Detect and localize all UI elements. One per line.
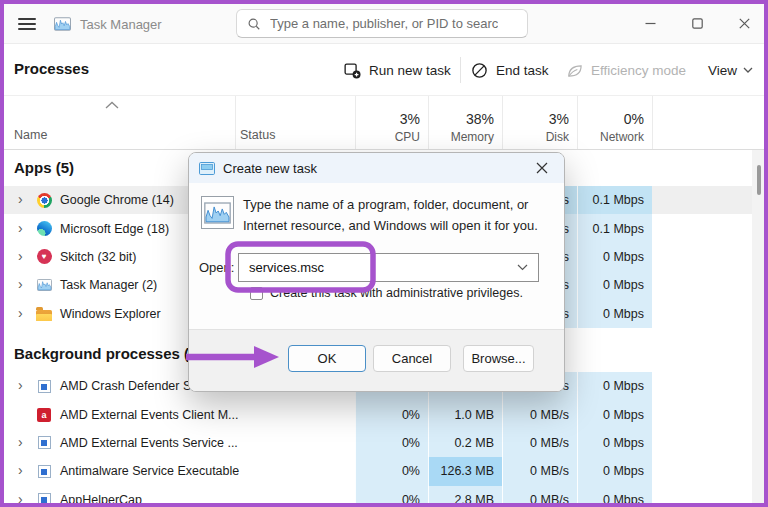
column-header-network[interactable]: 0% Network — [577, 111, 652, 144]
browse-button[interactable]: Browse... — [463, 345, 534, 372]
column-header-disk[interactable]: 3% Disk — [502, 111, 577, 144]
run-new-task-button[interactable]: Run new task — [344, 55, 451, 85]
end-task-label: End task — [496, 63, 549, 78]
expand-chevron-icon[interactable]: › — [18, 248, 23, 264]
cell-cpu: 0% — [355, 457, 428, 485]
cancel-button[interactable]: Cancel — [373, 345, 451, 372]
view-dropdown[interactable]: View — [708, 55, 753, 85]
process-row[interactable]: ›Antimalware Service Executable0%126.3 M… — [4, 457, 752, 485]
efficiency-mode-button[interactable]: Efficiency mode — [566, 55, 686, 85]
process-row[interactable]: aAMD External Events Client M...0%1.0 MB… — [4, 400, 752, 428]
window-close-button[interactable] — [730, 10, 758, 36]
cell-memory: 126.3 MB — [428, 457, 502, 485]
end-task-icon — [471, 62, 488, 79]
combo-chevron-down-icon[interactable] — [517, 264, 528, 271]
search-input[interactable]: Type a name, publisher, or PID to searc — [236, 9, 528, 38]
amd-icon: a — [36, 407, 52, 423]
skitch-icon: ♥ — [36, 249, 52, 265]
maximize-button[interactable] — [683, 10, 711, 36]
cell-status — [235, 429, 355, 457]
generic-icon — [36, 378, 52, 394]
cell-cpu: 0% — [355, 429, 428, 457]
dialog-title: Create new task — [223, 161, 317, 176]
process-row[interactable]: ›AppHelperCap0%2.8 MB0 MB/s0 Mbps — [4, 486, 752, 503]
expand-chevron-icon[interactable]: › — [18, 305, 23, 321]
expand-chevron-icon[interactable]: › — [18, 491, 23, 503]
minimize-button[interactable] — [636, 10, 664, 36]
cell-cpu: 0% — [355, 486, 428, 503]
process-name: Google Chrome (14) — [60, 193, 174, 207]
page-title: Processes — [14, 60, 89, 77]
column-header-name[interactable]: Name — [14, 128, 47, 142]
cell-disk: 0 MB/s — [502, 400, 577, 428]
process-name: Skitch (32 bit) — [60, 250, 136, 264]
network-total-percent: 0% — [577, 111, 644, 127]
column-header-memory[interactable]: 38% Memory — [428, 111, 502, 144]
open-value: services.msc — [249, 260, 324, 275]
expand-chevron-icon[interactable]: › — [18, 220, 23, 236]
dialog-close-button[interactable] — [530, 157, 554, 179]
process-row[interactable]: ›AMD External Events Service ...0%0.2 MB… — [4, 429, 752, 457]
process-name-cell: ›Antimalware Service Executable — [4, 457, 235, 485]
cell-network: 0 Mbps — [577, 400, 652, 428]
cell-memory: 0.2 MB — [428, 429, 502, 457]
column-header-cpu[interactable]: 3% CPU — [355, 111, 428, 144]
expand-chevron-icon[interactable]: › — [18, 191, 23, 207]
cell-network: 0.1 Mbps — [577, 214, 652, 242]
cell-memory: 1.0 MB — [428, 400, 502, 428]
cell-network: 0 Mbps — [577, 243, 652, 271]
sort-ascending-caret-icon — [104, 101, 120, 109]
table-header: Name Status 3% CPU 38% Memory 3% Disk 0%… — [4, 95, 764, 150]
open-combobox[interactable]: services.msc — [238, 253, 539, 282]
run-new-task-icon — [344, 62, 361, 79]
cell-status — [235, 400, 355, 428]
dialog-body: Type the name of a program, folder, docu… — [189, 183, 564, 331]
task-manager-logo-icon — [54, 17, 71, 31]
cell-network: 0 Mbps — [577, 300, 652, 328]
process-name: AMD External Events Client M... — [60, 408, 239, 422]
leaf-icon — [566, 62, 583, 79]
memory-total-percent: 38% — [428, 111, 494, 127]
scrollbar-track[interactable] — [752, 150, 764, 503]
cell-status — [235, 486, 355, 503]
efficiency-mode-label: Efficiency mode — [591, 63, 686, 78]
hamburger-menu-icon[interactable] — [18, 18, 36, 30]
dialog-description: Type the name of a program, folder, docu… — [243, 194, 538, 236]
end-task-button[interactable]: End task — [471, 55, 549, 85]
expand-chevron-icon[interactable]: › — [18, 377, 23, 393]
search-icon — [247, 17, 261, 31]
task-manager-window: Task Manager Type a name, publisher, or … — [0, 0, 768, 507]
column-header-status[interactable]: Status — [240, 128, 275, 142]
expand-chevron-icon[interactable]: › — [18, 276, 23, 292]
scrollbar-thumb[interactable] — [757, 165, 761, 195]
ok-button[interactable]: OK — [288, 345, 366, 372]
chevron-down-icon — [743, 67, 753, 73]
dialog-title-bar[interactable]: Create new task — [189, 153, 564, 183]
process-name: Task Manager (2) — [60, 278, 157, 292]
generic-icon — [36, 463, 52, 479]
run-new-task-label: Run new task — [369, 63, 451, 78]
cell-network: 0 Mbps — [577, 372, 652, 400]
dialog-footer: OK Cancel Browse... — [189, 329, 564, 391]
process-name: Microsoft Edge (18) — [60, 222, 169, 236]
cell-network: 0 Mbps — [577, 457, 652, 485]
process-name-cell: ›AMD External Events Service ... — [4, 429, 235, 457]
chrome-icon — [36, 192, 52, 208]
expand-chevron-icon[interactable]: › — [18, 462, 23, 478]
process-name: Windows Explorer — [60, 307, 161, 321]
cell-disk: 0 MB/s — [502, 457, 577, 485]
cell-network: 0 Mbps — [577, 271, 652, 299]
open-label: Open: — [199, 260, 234, 275]
expand-chevron-icon[interactable]: › — [18, 434, 23, 450]
process-name: AppHelperCap — [60, 493, 142, 503]
cell-status — [235, 457, 355, 485]
title-bar: Task Manager Type a name, publisher, or … — [4, 4, 764, 44]
generic-icon — [36, 492, 52, 503]
cell-network: 0 Mbps — [577, 486, 652, 503]
cpu-total-percent: 3% — [355, 111, 420, 127]
view-label: View — [708, 63, 737, 78]
admin-privileges-checkbox[interactable] — [250, 287, 263, 300]
process-name-cell: ›AppHelperCap — [4, 486, 235, 503]
cell-network: 0.1 Mbps — [577, 186, 652, 214]
cell-disk: 0 MB/s — [502, 486, 577, 503]
